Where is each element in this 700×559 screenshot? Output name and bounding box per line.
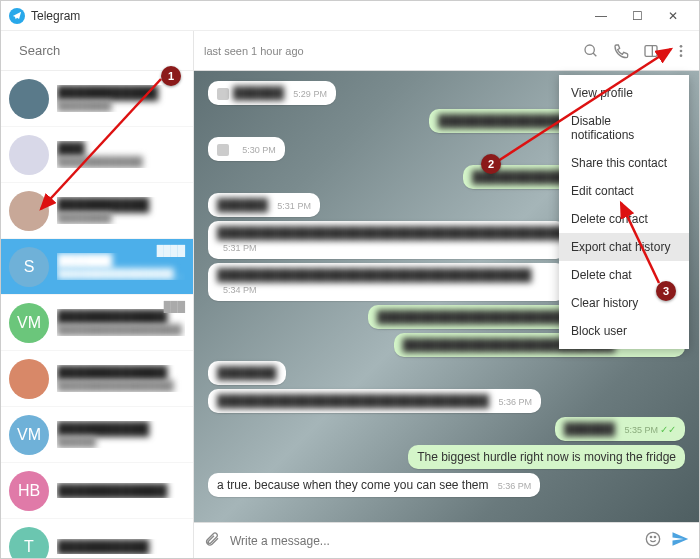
chat-header: last seen 1 hour ago (194, 31, 699, 71)
dropdown-item[interactable]: Share this contact (559, 149, 689, 177)
chat-name: ███████████ (57, 85, 185, 100)
svg-point-9 (650, 536, 651, 537)
svg-point-6 (680, 49, 683, 52)
more-icon[interactable] (673, 43, 689, 59)
message-input[interactable] (230, 534, 635, 548)
chat-item[interactable]: VM ████████████ ████████████████ ███ (1, 295, 193, 351)
chat-preview: ███████ (57, 212, 185, 224)
chat-preview: ██████████████████ (57, 268, 185, 280)
send-icon[interactable] (671, 530, 689, 552)
avatar (9, 359, 49, 399)
avatar (9, 191, 49, 231)
chat-name: ████████████ (57, 483, 185, 498)
annotation-1: 1 (161, 66, 181, 86)
chat-time: ████ (157, 245, 185, 256)
app-icon (9, 8, 25, 24)
chat-name: ██████████ (57, 197, 185, 212)
message: ███████ (208, 361, 685, 385)
svg-line-2 (593, 53, 596, 56)
search-icon[interactable] (583, 43, 599, 59)
message: ██████ 5:35 PM✓✓ (208, 417, 685, 441)
avatar: S (9, 247, 49, 287)
annotation-3: 3 (656, 281, 676, 301)
avatar (9, 79, 49, 119)
svg-point-5 (680, 45, 683, 48)
dropdown-item[interactable]: Edit contact (559, 177, 689, 205)
chat-name: ██████████ (57, 539, 185, 554)
minimize-button[interactable]: — (583, 1, 619, 31)
composer (194, 522, 699, 558)
chat-item[interactable]: ███ ███████████ (1, 127, 193, 183)
svg-rect-3 (645, 45, 657, 56)
chat-time: ███ (164, 301, 185, 312)
message: a true. because when they come you can s… (208, 473, 685, 497)
titlebar: Telegram — ☐ ✕ (1, 1, 699, 31)
chat-preview: █████ (57, 436, 185, 448)
message: The biggest hurdle right now is moving t… (208, 445, 685, 469)
chat-list: ███████████ ███████ ███ ███████████ ████… (1, 71, 193, 558)
context-menu: View profileDisable notificationsShare t… (559, 75, 689, 349)
main-panel: last seen 1 hour ago ██████ 5:29 PM█████… (194, 31, 699, 558)
dropdown-item[interactable]: Delete contact (559, 205, 689, 233)
avatar: VM (9, 303, 49, 343)
dropdown-item[interactable]: Disable notifications (559, 107, 689, 149)
chat-item[interactable]: HB ████████████ (1, 463, 193, 519)
chat-preview: ████████████████ (57, 324, 185, 336)
message: ████████████████████████████████ 5:36 PM (208, 389, 685, 413)
chat-preview: ███████████████ (57, 380, 185, 392)
svg-point-1 (585, 45, 594, 54)
chat-item[interactable]: ██████████ ███████ (1, 183, 193, 239)
emoji-icon[interactable] (645, 531, 661, 551)
dropdown-item[interactable]: View profile (559, 79, 689, 107)
avatar: VM (9, 415, 49, 455)
dropdown-item[interactable]: Export chat history (559, 233, 689, 261)
avatar (9, 135, 49, 175)
search-input[interactable] (19, 43, 187, 58)
chat-item[interactable]: S ██████ ██████████████████ ████ (1, 239, 193, 295)
avatar: T (9, 527, 49, 559)
close-button[interactable]: ✕ (655, 1, 691, 31)
maximize-button[interactable]: ☐ (619, 1, 655, 31)
chat-name: ████████████ (57, 365, 185, 380)
attach-icon[interactable] (204, 531, 220, 551)
chat-preview: ███████████ (57, 156, 185, 168)
svg-point-10 (654, 536, 655, 537)
avatar: HB (9, 471, 49, 511)
window-title: Telegram (31, 9, 583, 23)
chat-preview: ███████ (57, 100, 185, 112)
chat-name: ███ (57, 141, 185, 156)
call-icon[interactable] (613, 43, 629, 59)
chat-item[interactable]: ████████████ ███████████████ (1, 351, 193, 407)
chat-name: ██████████ (57, 421, 185, 436)
svg-point-8 (646, 532, 659, 545)
sidepanel-icon[interactable] (643, 43, 659, 59)
chat-item[interactable]: T ██████████ (1, 519, 193, 558)
chat-item[interactable]: VM ██████████ █████ (1, 407, 193, 463)
dropdown-item[interactable]: Block user (559, 317, 689, 345)
annotation-2: 2 (481, 154, 501, 174)
svg-point-7 (680, 54, 683, 57)
sidebar: ███████████ ███████ ███ ███████████ ████… (1, 31, 194, 558)
header-status: last seen 1 hour ago (204, 45, 583, 57)
